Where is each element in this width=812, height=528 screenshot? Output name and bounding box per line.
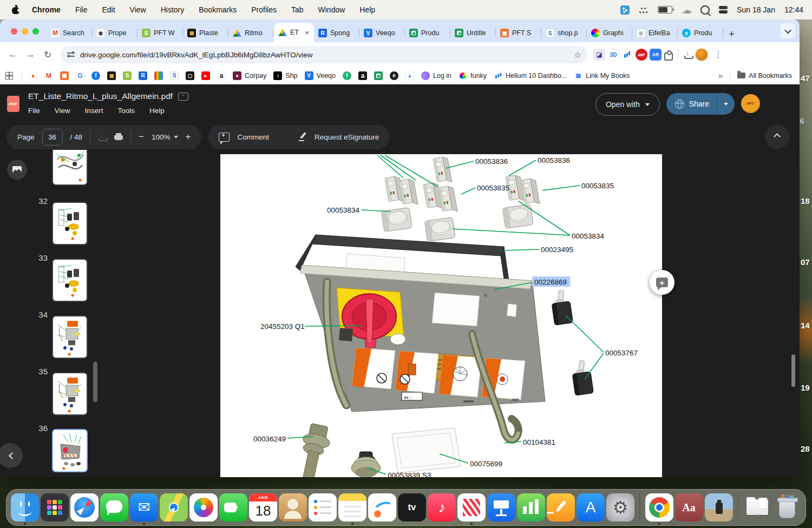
reload-button[interactable]: ↻ bbox=[40, 47, 55, 62]
bookmark-maps[interactable]: ♦ bbox=[29, 71, 37, 80]
page-thumbnail-35[interactable] bbox=[52, 372, 88, 415]
comment-button[interactable]: Comment bbox=[237, 133, 269, 141]
add-comment-button[interactable]: + bbox=[650, 270, 675, 295]
dock-freeform-icon[interactable] bbox=[368, 492, 396, 523]
extension-photo-icon[interactable]: ◪ bbox=[593, 49, 605, 61]
pdf-page-viewer[interactable]: 0005383600053836000538350005383500053834… bbox=[103, 150, 800, 477]
dock-mail-icon[interactable]: ✉ bbox=[130, 492, 158, 523]
bookmark-link-my-books[interactable]: ▤Link My Books bbox=[574, 71, 630, 80]
bookmark-fgreen[interactable]: f bbox=[343, 71, 351, 80]
dock-contacts-icon[interactable] bbox=[279, 492, 307, 523]
account-avatar[interactable]: PFT bbox=[739, 93, 762, 115]
stage-manager-icon[interactable] bbox=[639, 6, 649, 13]
forward-button[interactable]: → bbox=[23, 47, 38, 62]
collapse-toolbar-button[interactable] bbox=[765, 124, 789, 149]
tab-graphi[interactable]: Graphi bbox=[587, 24, 632, 42]
sidebar-scrollbar[interactable] bbox=[93, 362, 97, 402]
tab-produ[interactable]: Produ bbox=[405, 24, 450, 42]
dock-photos-icon[interactable] bbox=[189, 492, 218, 523]
dock-news-icon[interactable] bbox=[457, 492, 486, 523]
url-text[interactable]: drive.google.com/file/d/19vBRkvAdK_lEgLp… bbox=[80, 51, 568, 59]
menubar-app-name[interactable]: Chrome bbox=[32, 5, 61, 14]
close-tab-icon[interactable]: × bbox=[304, 29, 310, 37]
dock-trash-icon[interactable] bbox=[773, 492, 801, 523]
spotlight-search-icon[interactable] bbox=[700, 5, 710, 15]
menubar-item-help[interactable]: Help bbox=[359, 5, 375, 14]
tab-prope[interactable]: ∗Prope bbox=[92, 24, 137, 42]
extension-helium10-icon[interactable] bbox=[621, 49, 633, 61]
tab-pft-w[interactable]: SPFT W bbox=[137, 24, 183, 42]
share-button[interactable]: Share bbox=[666, 93, 735, 115]
menubar-item-tab[interactable]: Tab bbox=[291, 5, 304, 14]
menubar-item-view[interactable]: View bbox=[130, 5, 146, 14]
dock-calendar-icon[interactable]: JAN18 bbox=[249, 492, 277, 523]
minimize-window-button[interactable] bbox=[22, 28, 28, 35]
menubar-item-file[interactable]: File bbox=[75, 5, 88, 14]
tab-veeqo[interactable]: VVeeqo bbox=[359, 24, 405, 42]
bookmark-yt[interactable]: ▸ bbox=[201, 71, 210, 80]
page-number-input[interactable] bbox=[42, 129, 63, 146]
dock-appstore-icon[interactable]: A bbox=[577, 492, 605, 523]
dock-launchpad-icon[interactable] bbox=[41, 492, 69, 523]
thumbnail-view-button[interactable] bbox=[7, 160, 27, 180]
bookmark-shp[interactable]: ♪Shp bbox=[273, 71, 297, 80]
menubar-item-edit[interactable]: Edit bbox=[102, 5, 115, 14]
dock-tv-icon[interactable]: tv bbox=[398, 492, 426, 523]
dock-numbers-icon[interactable] bbox=[517, 492, 545, 523]
bookmark-ricon[interactable]: R bbox=[139, 71, 147, 80]
menubar-item-history[interactable]: History bbox=[161, 5, 185, 14]
dock-foldercsv-icon[interactable]: csv bbox=[743, 492, 771, 523]
drive-menu-tools[interactable]: Tools bbox=[118, 107, 135, 115]
all-bookmarks-button[interactable]: All Bookmarks bbox=[737, 72, 792, 80]
bookmark-amazon2[interactable]: a bbox=[358, 71, 367, 80]
zoom-level[interactable]: 100% bbox=[152, 133, 178, 141]
downloads-icon[interactable] bbox=[684, 50, 692, 59]
menubar-date[interactable]: Sun 18 Jan bbox=[737, 5, 775, 14]
zoom-out-button[interactable]: − bbox=[139, 131, 144, 142]
tab-pft-s[interactable]: ▣PFT S bbox=[496, 24, 541, 42]
drive-menu-view[interactable]: View bbox=[55, 107, 70, 115]
dock-notes-icon[interactable] bbox=[338, 492, 366, 523]
download-icon[interactable] bbox=[98, 133, 107, 141]
share-menu-caret[interactable] bbox=[717, 93, 735, 115]
bookmark-sheets[interactable] bbox=[374, 71, 383, 80]
control-center-icon[interactable] bbox=[719, 6, 728, 14]
page-thumbnail-32[interactable] bbox=[52, 202, 88, 245]
apps-grid-icon[interactable] bbox=[5, 72, 13, 80]
menubar-item-profiles[interactable]: Profiles bbox=[251, 5, 277, 14]
bookmark-shopify[interactable]: S bbox=[123, 71, 132, 80]
menubar-item-bookmarks[interactable]: Bookmarks bbox=[199, 5, 237, 14]
dock-imgfile-icon[interactable] bbox=[705, 492, 733, 523]
drive-menu-file[interactable]: File bbox=[28, 107, 40, 115]
tab-plaste[interactable]: ▦Plaste bbox=[183, 24, 228, 42]
tab-produ[interactable]: xProdu bbox=[678, 24, 723, 42]
tab-ritmo[interactable]: Ritmo bbox=[228, 24, 274, 42]
wifi-icon[interactable] bbox=[682, 6, 691, 14]
profile-avatar[interactable] bbox=[695, 48, 709, 62]
menubar-time[interactable]: 12:44 bbox=[784, 5, 803, 14]
bookmarks-overflow-button[interactable]: » bbox=[718, 71, 723, 80]
zoom-window-button[interactable] bbox=[32, 28, 39, 35]
dock-pages-icon[interactable] bbox=[547, 492, 575, 523]
apple-logo-icon[interactable] bbox=[12, 5, 20, 14]
drive-menu-insert[interactable]: Insert bbox=[85, 107, 103, 115]
open-with-button[interactable]: Open with bbox=[595, 93, 660, 116]
zoom-in-button[interactable]: + bbox=[186, 131, 191, 142]
bookmark-star-icon[interactable]: ☆ bbox=[574, 50, 581, 60]
bookmark-corpay[interactable]: ▲Corpay bbox=[233, 71, 266, 80]
tab-et[interactable]: ET× bbox=[274, 23, 314, 42]
dock-messages-icon[interactable] bbox=[100, 492, 128, 523]
page-thumbnail-partial[interactable] bbox=[52, 150, 88, 186]
dock-dict-icon[interactable]: Aa bbox=[675, 492, 703, 523]
bookmark-funky[interactable]: funky bbox=[459, 71, 487, 80]
dock-finder-icon[interactable] bbox=[11, 492, 39, 523]
tab-shop-p[interactable]: Sshop.p bbox=[541, 24, 587, 42]
dock-facetime-icon[interactable] bbox=[219, 492, 247, 523]
dock-chrome-icon[interactable] bbox=[645, 492, 673, 523]
bookmark-helium-10-dashbo-[interactable]: Helium 10 Dashbo... bbox=[494, 71, 567, 80]
page-thumbnail-33[interactable] bbox=[52, 259, 88, 302]
bookmark-log-in[interactable]: Log in bbox=[421, 71, 451, 80]
address-bar[interactable]: drive.google.com/file/d/19vBRkvAdK_lEgLp… bbox=[61, 46, 588, 63]
bookmark-amazon[interactable]: a bbox=[217, 71, 226, 80]
site-info-icon[interactable] bbox=[67, 51, 75, 58]
